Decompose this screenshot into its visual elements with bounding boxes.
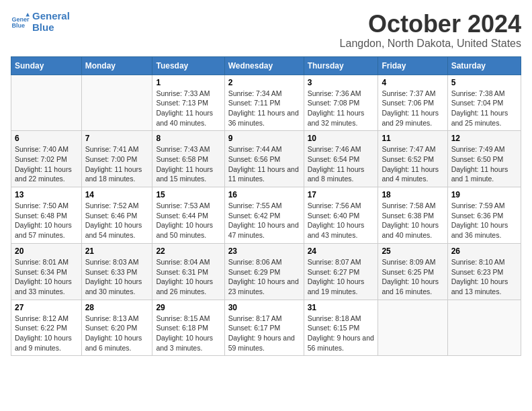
calendar-cell: 11Sunrise: 7:47 AMSunset: 6:52 PMDayligh… [378, 131, 447, 187]
calendar-header: SundayMondayTuesdayWednesdayThursdayFrid… [11, 56, 521, 75]
calendar-cell: 12Sunrise: 7:49 AMSunset: 6:50 PMDayligh… [447, 131, 521, 187]
day-info: Sunrise: 7:55 AMSunset: 6:42 PMDaylight:… [228, 201, 300, 240]
day-info: Sunrise: 7:58 AMSunset: 6:38 PMDaylight:… [382, 201, 443, 240]
header-cell: Monday [81, 56, 152, 75]
calendar-cell: 3Sunrise: 7:36 AMSunset: 7:08 PMDaylight… [304, 75, 378, 131]
header-cell: Sunday [11, 56, 82, 75]
day-info: Sunrise: 8:01 AMSunset: 6:34 PMDaylight:… [15, 257, 78, 297]
calendar-cell: 19Sunrise: 7:59 AMSunset: 6:36 PMDayligh… [447, 187, 521, 244]
page-header: General Blue General Blue October 2024 L… [11, 11, 521, 50]
day-number: 24 [308, 246, 375, 256]
day-number: 4 [382, 78, 443, 87]
day-number: 29 [156, 303, 220, 312]
day-info: Sunrise: 8:04 AMSunset: 6:31 PMDaylight:… [156, 257, 220, 297]
day-info: Sunrise: 7:40 AMSunset: 7:02 PMDaylight:… [15, 144, 78, 184]
day-info: Sunrise: 7:34 AMSunset: 7:11 PMDaylight:… [228, 89, 300, 128]
calendar-cell: 29Sunrise: 8:15 AMSunset: 6:18 PMDayligh… [152, 300, 224, 356]
day-info: Sunrise: 7:53 AMSunset: 6:44 PMDaylight:… [156, 201, 220, 240]
calendar-week-row: 27Sunrise: 8:12 AMSunset: 6:22 PMDayligh… [11, 300, 521, 356]
header-cell: Saturday [447, 56, 521, 75]
day-number: 11 [382, 134, 443, 143]
day-info: Sunrise: 7:43 AMSunset: 6:58 PMDaylight:… [156, 144, 220, 184]
day-number: 25 [382, 246, 443, 256]
calendar-cell: 18Sunrise: 7:58 AMSunset: 6:38 PMDayligh… [378, 187, 447, 244]
calendar-title: October 2024 [340, 11, 521, 38]
day-number: 15 [156, 190, 220, 199]
day-info: Sunrise: 7:33 AMSunset: 7:13 PMDaylight:… [156, 89, 220, 128]
day-number: 7 [85, 134, 149, 143]
day-info: Sunrise: 7:37 AMSunset: 7:06 PMDaylight:… [382, 89, 443, 128]
day-number: 6 [15, 134, 78, 143]
calendar-subtitle: Langdon, North Dakota, United States [340, 38, 521, 50]
day-number: 8 [156, 134, 220, 143]
day-number: 16 [228, 190, 300, 199]
calendar-cell: 4Sunrise: 7:37 AMSunset: 7:06 PMDaylight… [378, 75, 447, 131]
svg-text:Blue: Blue [11, 22, 25, 29]
day-number: 28 [85, 303, 149, 312]
header-cell: Friday [378, 56, 447, 75]
svg-text:General: General [11, 15, 30, 22]
day-number: 26 [451, 246, 517, 256]
day-number: 17 [308, 190, 375, 199]
day-number: 20 [15, 246, 78, 256]
day-info: Sunrise: 8:06 AMSunset: 6:29 PMDaylight:… [228, 257, 300, 297]
calendar-cell: 6Sunrise: 7:40 AMSunset: 7:02 PMDaylight… [11, 131, 82, 187]
calendar-cell: 14Sunrise: 7:52 AMSunset: 6:46 PMDayligh… [81, 187, 152, 244]
calendar-cell: 25Sunrise: 8:09 AMSunset: 6:25 PMDayligh… [378, 243, 447, 300]
day-number: 5 [451, 78, 517, 87]
calendar-cell: 13Sunrise: 7:50 AMSunset: 6:48 PMDayligh… [11, 187, 82, 244]
calendar-cell: 9Sunrise: 7:44 AMSunset: 6:56 PMDaylight… [224, 131, 304, 187]
day-number: 9 [228, 134, 300, 143]
day-number: 2 [228, 78, 300, 87]
calendar-cell: 5Sunrise: 7:38 AMSunset: 7:04 PMDaylight… [447, 75, 521, 131]
calendar-cell: 27Sunrise: 8:12 AMSunset: 6:22 PMDayligh… [11, 300, 82, 356]
day-info: Sunrise: 8:17 AMSunset: 6:17 PMDaylight:… [228, 314, 300, 353]
calendar-cell [11, 75, 82, 131]
header-cell: Wednesday [224, 56, 304, 75]
day-info: Sunrise: 8:09 AMSunset: 6:25 PMDaylight:… [382, 257, 443, 297]
day-info: Sunrise: 7:44 AMSunset: 6:56 PMDaylight:… [228, 144, 300, 184]
logo-text-line1: General [32, 11, 70, 22]
day-number: 3 [308, 78, 375, 87]
day-number: 23 [228, 246, 300, 256]
header-cell: Tuesday [152, 56, 224, 75]
day-info: Sunrise: 8:15 AMSunset: 6:18 PMDaylight:… [156, 314, 220, 353]
day-info: Sunrise: 7:46 AMSunset: 6:54 PMDaylight:… [308, 144, 375, 184]
logo-icon: General Blue [11, 13, 30, 32]
day-number: 30 [228, 303, 300, 312]
day-number: 14 [85, 190, 149, 199]
calendar-cell: 1Sunrise: 7:33 AMSunset: 7:13 PMDaylight… [152, 75, 224, 131]
day-info: Sunrise: 7:38 AMSunset: 7:04 PMDaylight:… [451, 89, 517, 128]
calendar-cell: 16Sunrise: 7:55 AMSunset: 6:42 PMDayligh… [224, 187, 304, 244]
day-info: Sunrise: 8:10 AMSunset: 6:23 PMDaylight:… [451, 257, 517, 297]
calendar-cell: 30Sunrise: 8:17 AMSunset: 6:17 PMDayligh… [224, 300, 304, 356]
day-info: Sunrise: 8:13 AMSunset: 6:20 PMDaylight:… [85, 314, 149, 353]
day-number: 12 [451, 134, 517, 143]
calendar-cell: 2Sunrise: 7:34 AMSunset: 7:11 PMDaylight… [224, 75, 304, 131]
day-number: 18 [382, 190, 443, 199]
calendar-cell: 20Sunrise: 8:01 AMSunset: 6:34 PMDayligh… [11, 243, 82, 300]
day-number: 21 [85, 246, 149, 256]
calendar-cell: 8Sunrise: 7:43 AMSunset: 6:58 PMDaylight… [152, 131, 224, 187]
day-info: Sunrise: 7:41 AMSunset: 7:00 PMDaylight:… [85, 144, 149, 184]
calendar-week-row: 13Sunrise: 7:50 AMSunset: 6:48 PMDayligh… [11, 187, 521, 244]
calendar-cell: 26Sunrise: 8:10 AMSunset: 6:23 PMDayligh… [447, 243, 521, 300]
day-number: 22 [156, 246, 220, 256]
day-info: Sunrise: 7:36 AMSunset: 7:08 PMDaylight:… [308, 89, 375, 128]
day-info: Sunrise: 8:03 AMSunset: 6:33 PMDaylight:… [85, 257, 149, 297]
day-info: Sunrise: 7:59 AMSunset: 6:36 PMDaylight:… [451, 201, 517, 240]
calendar-cell: 17Sunrise: 7:56 AMSunset: 6:40 PMDayligh… [304, 187, 378, 244]
calendar-week-row: 1Sunrise: 7:33 AMSunset: 7:13 PMDaylight… [11, 75, 521, 131]
calendar-body: 1Sunrise: 7:33 AMSunset: 7:13 PMDaylight… [11, 75, 521, 356]
day-number: 19 [451, 190, 517, 199]
calendar-cell: 22Sunrise: 8:04 AMSunset: 6:31 PMDayligh… [152, 243, 224, 300]
calendar-cell [81, 75, 152, 131]
calendar-cell: 21Sunrise: 8:03 AMSunset: 6:33 PMDayligh… [81, 243, 152, 300]
day-number: 13 [15, 190, 78, 199]
calendar-week-row: 20Sunrise: 8:01 AMSunset: 6:34 PMDayligh… [11, 243, 521, 300]
calendar-cell: 10Sunrise: 7:46 AMSunset: 6:54 PMDayligh… [304, 131, 378, 187]
day-number: 27 [15, 303, 78, 312]
day-number: 10 [308, 134, 375, 143]
calendar-cell: 23Sunrise: 8:06 AMSunset: 6:29 PMDayligh… [224, 243, 304, 300]
day-info: Sunrise: 8:12 AMSunset: 6:22 PMDaylight:… [15, 314, 78, 353]
